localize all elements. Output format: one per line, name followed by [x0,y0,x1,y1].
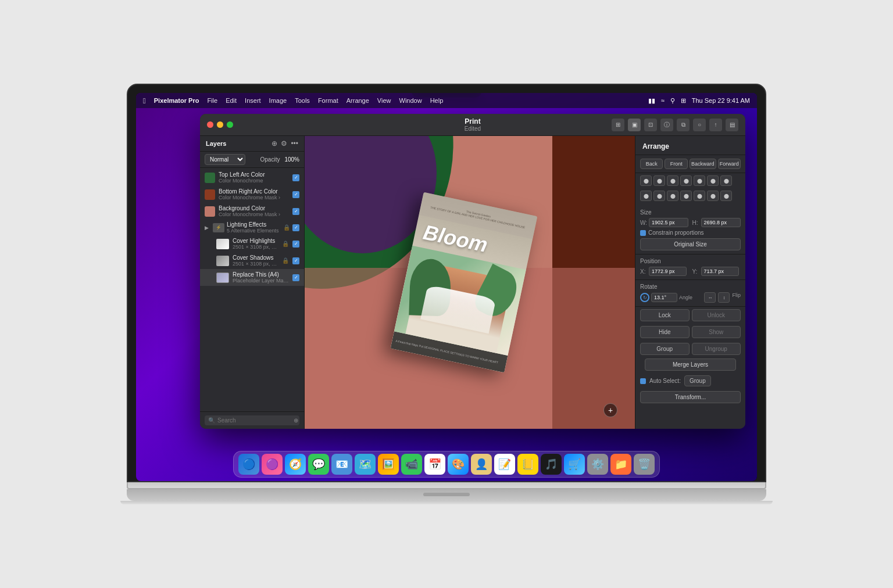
add-element-button[interactable]: + [603,403,617,417]
dock-notes[interactable]: 📒 [517,454,538,475]
constrain-checkbox[interactable] [640,230,646,236]
rotate-dial-icon[interactable]: ↻ [640,293,649,302]
hide-button[interactable]: Hide [640,326,690,338]
lock-button[interactable]: Lock [640,309,690,321]
transform-button[interactable]: Transform... [640,391,741,403]
layer-visibility-checkbox[interactable]: ✓ [292,224,299,231]
layers-more-icon[interactable]: ••• [291,139,298,148]
toolbar-share-icon[interactable]: ↑ [709,119,722,131]
align-bottom-btn[interactable]: ⬤ [707,175,719,186]
layer-visibility-checkbox[interactable]: ✓ [292,241,299,248]
height-input[interactable] [701,218,741,227]
toolbar-layers-icon[interactable]: ⊞ [612,119,624,131]
menu-view[interactable]: View [377,97,391,104]
align-btn-2-1[interactable]: ⬤ [640,191,652,201]
control-center-icon[interactable]: ⊞ [681,97,686,105]
layer-item[interactable]: Cover Highlights 2501 × 3108 px, Color..… [200,235,304,252]
dock-music[interactable]: 🎵 [541,454,562,475]
menu-insert[interactable]: Insert [245,97,261,104]
layer-item[interactable]: Background Color Color Monochrome Mask ›… [200,203,304,220]
layer-visibility-checkbox[interactable]: ✓ [292,191,299,198]
distribute-h-btn[interactable]: ⬤ [720,175,732,186]
layer-item[interactable]: Cover Shadows 2501 × 3108 px, Color... 🔒… [200,252,304,269]
back-button[interactable]: Back [640,159,663,169]
align-btn-2-2[interactable]: ⬤ [653,191,665,201]
align-center-h-btn[interactable]: ⬤ [694,175,705,186]
toolbar-zoom-fit-icon[interactable]: ⊡ [644,119,657,131]
width-input[interactable] [649,218,688,227]
search-input[interactable] [217,417,291,424]
menu-file[interactable]: File [207,97,217,104]
dock-launchpad[interactable]: 🟣 [262,454,283,475]
layers-settings-icon[interactable]: ⚙ [281,139,287,148]
toolbar-info-icon[interactable]: ⓘ [660,119,673,131]
dock-photos[interactable]: 🖼️ [378,454,399,475]
apple-logo-icon[interactable]:  [143,96,146,105]
canvas-area[interactable]: The Secret GardenTHE STORY OF A GIRL AND… [305,136,635,429]
dock-contacts[interactable]: 👤 [471,454,492,475]
flip-horizontal-btn[interactable]: ↔ [704,292,716,303]
layer-visibility-checkbox[interactable]: ✓ [292,257,299,264]
dock-reminders[interactable]: 📝 [494,454,515,475]
minimize-button[interactable] [217,121,223,128]
align-center-v-btn[interactable]: ⬤ [653,175,665,186]
show-button[interactable]: Show [692,326,741,338]
x-input[interactable] [649,267,687,276]
layer-group-header[interactable]: ▶ ⚡ Lighting Effects 5 Alternative Eleme… [200,220,304,235]
unlock-button[interactable]: Unlock [692,309,741,321]
layer-visibility-checkbox[interactable]: ✓ [292,274,299,281]
layer-visibility-checkbox[interactable]: ✓ [292,208,299,215]
menu-tools[interactable]: Tools [295,97,310,104]
angle-input[interactable] [651,293,677,302]
menu-image[interactable]: Image [269,97,287,104]
original-size-button[interactable]: Original Size [640,238,741,250]
menu-arrange[interactable]: Arrange [347,97,369,104]
layer-item[interactable]: Bottom Right Arc Color Color Monochrome … [200,186,304,203]
menu-format[interactable]: Format [318,97,338,104]
align-btn-2-4[interactable]: ⬤ [680,191,692,201]
toolbar-circle-icon[interactable]: ○ [693,119,706,131]
align-btn-2-5[interactable]: ⬤ [694,191,705,201]
auto-select-type[interactable]: Group [684,375,711,386]
blend-mode-select[interactable]: Normal [205,154,245,165]
auto-select-checkbox[interactable] [640,378,646,384]
group-button[interactable]: Group [640,343,690,355]
dock-unfolder[interactable]: 📁 [610,454,631,475]
search-options-icon[interactable]: ⊕ [294,417,298,424]
app-name[interactable]: Pixelmator Pro [154,97,199,104]
merge-layers-button[interactable]: Merge Layers [645,358,736,371]
align-btn-2-3[interactable]: ⬤ [667,191,678,201]
menu-edit[interactable]: Edit [226,97,237,104]
dock-maps[interactable]: 🗺️ [355,454,376,475]
close-button[interactable] [207,121,213,128]
layer-item-selected[interactable]: Replace This (A4) Placeholder Layer Mask… [200,269,304,286]
ungroup-button[interactable]: Ungroup [692,343,741,355]
dock-trash[interactable]: 🗑️ [634,454,655,475]
layer-visibility-checkbox[interactable]: ✓ [292,174,299,181]
dock-facetime[interactable]: 📹 [401,454,422,475]
toolbar-layout-icon[interactable]: ▤ [726,119,738,131]
maximize-button[interactable] [227,121,233,128]
search-icon[interactable]: ⚲ [670,97,675,105]
align-right-btn[interactable]: ⬤ [667,175,678,186]
dock-settings[interactable]: ⚙️ [587,454,608,475]
front-button[interactable]: Front [665,159,688,169]
layers-options-icon[interactable]: ⊕ [272,139,277,148]
flip-vertical-btn[interactable]: ↕ [718,292,730,303]
dock-calendar[interactable]: 📅 [424,454,445,475]
dock-finder[interactable]: 🔵 [238,454,259,475]
forward-button[interactable]: Forward [718,159,741,169]
align-btn-2-7[interactable]: ⬤ [720,191,732,201]
align-top-btn[interactable]: ⬤ [680,175,692,186]
dock-mail[interactable]: 📧 [331,454,352,475]
dock-pixelmator[interactable]: 🎨 [448,454,469,475]
dock-safari[interactable]: 🧭 [285,454,306,475]
align-btn-2-6[interactable]: ⬤ [707,191,719,201]
dock-appstore[interactable]: 🛒 [564,454,585,475]
align-left-btn[interactable]: ⬤ [640,175,652,186]
layer-item[interactable]: Top Left Arc Color Color Monochrome ✓ [200,169,304,186]
dock-messages[interactable]: 💬 [308,454,329,475]
backward-button[interactable]: Backward [690,159,716,169]
menu-window[interactable]: Window [399,97,422,104]
y-input[interactable] [701,267,739,276]
